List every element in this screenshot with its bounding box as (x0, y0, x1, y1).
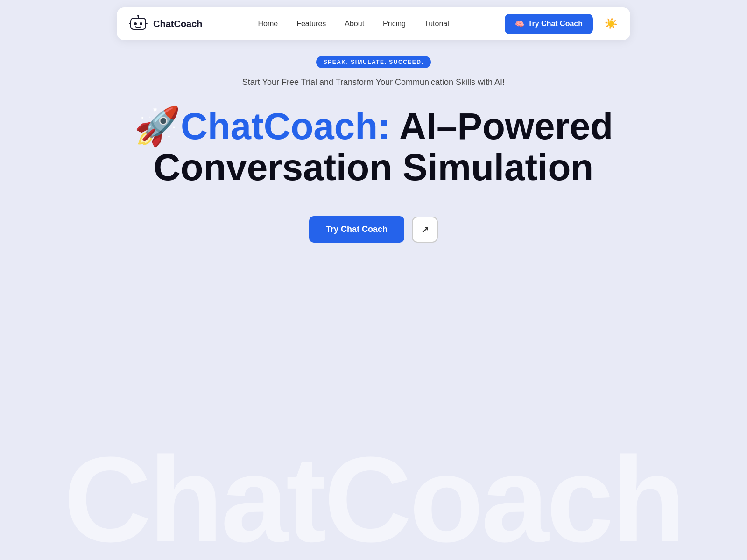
logo[interactable]: ChatCoach (128, 14, 203, 34)
hero-title: 🚀ChatCoach: AI–PoweredConversation Simul… (134, 106, 613, 188)
hero-external-button[interactable]: ↗ (412, 217, 438, 243)
nav-pricing[interactable]: Pricing (383, 20, 406, 28)
external-link-icon: ↗ (421, 224, 429, 235)
hero-badge: SPEAK. SIMULATE. SUCCEED. (316, 56, 431, 68)
navbar-cta-button[interactable]: 🧠 Try Chat Coach (505, 14, 593, 34)
nav-tutorial[interactable]: Tutorial (424, 20, 449, 28)
hero-brand-name: ChatCoach: (181, 105, 390, 147)
hero-cta-group: Try Chat Coach ↗ (309, 216, 438, 243)
watermark-text: ChatCoach (0, 439, 747, 560)
hero-cta-button[interactable]: Try Chat Coach (309, 216, 404, 243)
svg-point-1 (134, 22, 137, 25)
hero-rocket-emoji: 🚀 (134, 105, 181, 147)
svg-point-2 (140, 22, 142, 25)
nav-features[interactable]: Features (296, 20, 326, 28)
logo-text: ChatCoach (153, 19, 203, 29)
nav-home[interactable]: Home (258, 20, 278, 28)
navbar-cta-label: Try Chat Coach (528, 20, 583, 28)
theme-icon: ☀️ (605, 18, 617, 30)
hero-subtitle: Start Your Free Trial and Transform Your… (242, 77, 505, 87)
logo-icon (128, 14, 148, 34)
theme-toggle-button[interactable]: ☀️ (602, 15, 619, 32)
nav-links: Home Features About Pricing Tutorial (258, 20, 449, 28)
nav-about[interactable]: About (345, 20, 364, 28)
hero-section: SPEAK. SIMULATE. SUCCEED. Start Your Fre… (0, 0, 747, 271)
navbar: ChatCoach Home Features About Pricing Tu… (117, 7, 630, 40)
brain-icon: 🧠 (515, 20, 524, 28)
navbar-right: 🧠 Try Chat Coach ☀️ (505, 14, 619, 34)
svg-point-4 (137, 15, 139, 17)
